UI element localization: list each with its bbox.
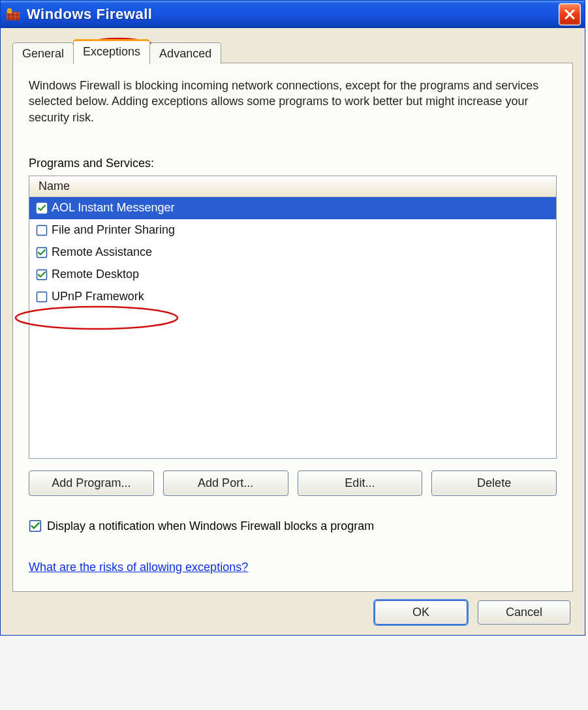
list-item[interactable]: Remote Desktop	[29, 264, 556, 286]
tab-advanced[interactable]: Advanced	[149, 42, 221, 64]
help-link-row: What are the risks of allowing exception…	[29, 561, 557, 574]
checkbox-icon[interactable]	[36, 269, 48, 281]
dialog-footer: OK Cancel	[12, 593, 573, 626]
window-title: Windows Firewall	[27, 6, 559, 23]
titlebar: Windows Firewall	[1, 1, 585, 28]
close-button[interactable]	[559, 3, 581, 25]
checkbox-icon[interactable]	[36, 291, 48, 303]
tabstrip: General Exceptions Advanced	[12, 40, 573, 63]
firewall-dialog: Windows Firewall General Exceptions Adva…	[0, 0, 585, 636]
checkbox-icon[interactable]	[36, 202, 48, 214]
description-text: Windows Firewall is blocking incoming ne…	[29, 78, 557, 125]
client-area: General Exceptions Advanced Windows Fire…	[1, 28, 585, 635]
list-item[interactable]: File and Printer Sharing	[29, 219, 556, 241]
notify-label: Display a notification when Windows Fire…	[47, 519, 374, 533]
tab-exceptions[interactable]: Exceptions	[73, 39, 150, 63]
list-item-label: File and Printer Sharing	[52, 223, 551, 237]
tab-panel-exceptions: Windows Firewall is blocking incoming ne…	[12, 63, 573, 592]
programs-label: Programs and Services:	[29, 157, 557, 170]
list-item-label: UPnP Framework	[52, 290, 551, 303]
delete-button[interactable]: Delete	[431, 471, 557, 496]
add-program-button[interactable]: Add Program...	[29, 471, 154, 496]
firewall-icon	[6, 7, 20, 22]
checkbox-icon[interactable]	[36, 247, 48, 258]
checkbox-icon[interactable]	[36, 224, 48, 236]
add-port-button[interactable]: Add Port...	[163, 471, 288, 496]
programs-rows: AOL Instant Messenger File and Printer S…	[29, 197, 556, 458]
list-item[interactable]: UPnP Framework	[29, 286, 556, 308]
svg-rect-7	[37, 225, 47, 235]
svg-rect-10	[37, 292, 47, 301]
ok-button[interactable]: OK	[375, 600, 467, 625]
list-item-label: AOL Instant Messenger	[52, 201, 551, 215]
list-item-label: Remote Desktop	[52, 268, 551, 281]
column-header-name[interactable]: Name	[29, 176, 556, 197]
list-item-label: Remote Assistance	[52, 245, 551, 259]
notify-checkbox[interactable]	[29, 519, 42, 532]
list-item[interactable]: AOL Instant Messenger	[29, 197, 556, 219]
notify-row: Display a notification when Windows Fire…	[29, 519, 557, 533]
list-item[interactable]: Remote Assistance	[29, 241, 556, 264]
cancel-button[interactable]: Cancel	[478, 600, 570, 625]
tab-general[interactable]: General	[12, 42, 74, 64]
programs-buttons: Add Program... Add Port... Edit... Delet…	[29, 471, 557, 496]
edit-button[interactable]: Edit...	[298, 471, 423, 496]
svg-point-4	[8, 10, 11, 12]
help-link[interactable]: What are the risks of allowing exception…	[29, 561, 248, 574]
programs-listbox[interactable]: Name AOL Instant Messenger File and Prin…	[29, 176, 557, 459]
